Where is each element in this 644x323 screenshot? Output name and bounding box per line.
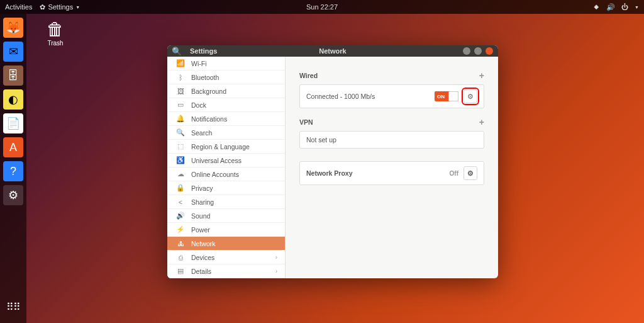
sidebar-label: Devices <box>191 254 214 261</box>
vpn-title: VPN <box>299 118 313 126</box>
proxy-settings-button[interactable]: ⚙ <box>464 166 477 180</box>
sidebar-icon: 🔒 <box>175 184 186 192</box>
vpn-row: Not set up <box>299 131 484 149</box>
dropdown-icon: ▼ <box>75 5 80 9</box>
wired-title: Wired <box>299 72 318 79</box>
vpn-section-header: VPN + <box>299 117 484 127</box>
app-title: Settings <box>186 47 217 55</box>
sidebar-label: Privacy <box>191 184 213 192</box>
close-button[interactable] <box>486 47 493 55</box>
search-icon[interactable]: 🔍 <box>167 47 186 56</box>
power-indicator-icon[interactable]: ⏻ <box>621 3 628 11</box>
dock-help[interactable]: ? <box>3 161 23 181</box>
dock-apps-grid[interactable]: ⠿⠿ <box>3 297 23 317</box>
settings-menu-label: Settings <box>48 3 73 11</box>
sidebar-icon: ♿ <box>175 156 186 164</box>
network-panel: Wired + Connected - 1000 Mb/s ON ⚙ VPN +… <box>286 57 498 278</box>
wired-toggle-label: ON <box>435 94 445 99</box>
wired-status: Connected - 1000 Mb/s <box>306 93 375 100</box>
sidebar-item-notifications[interactable]: 🔔Notifications <box>167 112 285 126</box>
sidebar-item-bluetooth[interactable]: ᛒBluetooth <box>167 71 285 84</box>
sidebar-label: Online Accounts <box>191 171 239 178</box>
sidebar-item-privacy[interactable]: 🔒Privacy <box>167 181 285 195</box>
activities-button[interactable]: Activities <box>5 3 32 11</box>
sidebar-item-background[interactable]: 🖼Background <box>167 84 285 98</box>
sidebar-icon: ☁ <box>175 170 186 178</box>
sidebar-item-region-language[interactable]: ⬚Region & Language <box>167 140 285 154</box>
sidebar-label: Dock <box>191 101 206 109</box>
dock-firefox[interactable]: 🦊 <box>3 18 23 38</box>
sidebar-item-details[interactable]: ▤Details› <box>167 264 285 278</box>
sidebar-item-online-accounts[interactable]: ☁Online Accounts <box>167 167 285 181</box>
wired-settings-button[interactable]: ⚙ <box>464 89 477 103</box>
sidebar-label: Background <box>191 88 226 95</box>
titlebar[interactable]: 🔍 Settings Network <box>167 45 498 57</box>
trash-desktop-icon[interactable]: 🗑 Trash <box>36 19 74 47</box>
sidebar-item-power[interactable]: ⚡Power <box>167 223 285 237</box>
network-proxy-row: Network Proxy Off ⚙ <box>299 161 484 185</box>
dock: 🦊 ✉ 🗄 ◐ 📄 A ? ⚙ ⠿⠿ <box>0 14 26 323</box>
chevron-right-icon: › <box>275 268 277 275</box>
settings-menu-button[interactable]: ✿ Settings ▼ <box>40 3 80 11</box>
sidebar-label: Network <box>191 240 216 247</box>
trash-icon: 🗑 <box>36 19 74 40</box>
dock-rhythmbox[interactable]: ◐ <box>3 89 23 110</box>
dock-thunderbird[interactable]: ✉ <box>3 42 23 62</box>
wired-connection-row: Connected - 1000 Mb/s ON ⚙ <box>299 84 484 108</box>
sidebar-icon: 🔍 <box>175 128 186 137</box>
sidebar-item-sharing[interactable]: <Sharing <box>167 195 285 209</box>
gear-icon: ⚙ <box>467 93 474 101</box>
add-vpn-button[interactable]: + <box>479 117 484 127</box>
sidebar-icon: ▤ <box>175 267 186 275</box>
gear-icon: ✿ <box>40 3 45 11</box>
volume-indicator-icon[interactable]: 🔊 <box>606 3 615 11</box>
sidebar-icon: ⚡ <box>175 225 186 234</box>
sidebar-icon: 🔊 <box>175 212 186 220</box>
wired-toggle[interactable]: ON <box>435 91 458 101</box>
sidebar-icon: ⎙ <box>175 254 186 261</box>
vpn-status: Not set up <box>306 136 336 144</box>
sidebar-icon: 📶 <box>175 59 186 67</box>
dock-libreoffice[interactable]: 📄 <box>3 113 23 133</box>
sidebar-item-wi-fi[interactable]: 📶Wi-Fi <box>167 57 285 71</box>
proxy-status: Off <box>450 170 458 177</box>
sidebar-label: Region & Language <box>191 143 250 150</box>
sidebar-item-sound[interactable]: 🔊Sound <box>167 209 285 223</box>
add-wired-button[interactable]: + <box>479 71 484 81</box>
maximize-button[interactable] <box>474 47 482 55</box>
sidebar-label: Sound <box>191 212 210 220</box>
sidebar-item-universal-access[interactable]: ♿Universal Access <box>167 154 285 167</box>
sidebar-label: Universal Access <box>191 157 242 164</box>
gear-icon: ⚙ <box>467 169 474 178</box>
dock-software[interactable]: A <box>3 137 23 157</box>
chevron-right-icon: › <box>275 254 277 261</box>
sidebar-icon: < <box>175 198 186 206</box>
top-bar: Activities ✿ Settings ▼ Sun 22:27 ⯁ 🔊 ⏻ … <box>0 0 644 14</box>
sidebar-icon: 🖧 <box>175 240 186 247</box>
sidebar-icon: 🖼 <box>175 88 186 95</box>
minimize-button[interactable] <box>463 47 470 55</box>
sidebar-label: Sharing <box>191 198 214 206</box>
sidebar-icon: ⬚ <box>175 142 186 150</box>
sidebar-label: Search <box>191 129 212 137</box>
sidebar-label: Wi-Fi <box>191 60 207 67</box>
clock[interactable]: Sun 22:27 <box>306 3 338 11</box>
sidebar-item-dock[interactable]: ▭Dock <box>167 98 285 112</box>
sidebar-icon: ᛒ <box>175 74 186 81</box>
toggle-knob <box>448 91 458 101</box>
sidebar-item-network[interactable]: 🖧Network <box>167 237 285 251</box>
system-menu-dropdown-icon[interactable]: ▼ <box>635 5 639 9</box>
dock-files[interactable]: 🗄 <box>3 65 23 86</box>
sidebar-label: Power <box>191 226 210 234</box>
settings-window: 🔍 Settings Network 📶Wi-FiᛒBluetooth🖼Back… <box>167 45 498 278</box>
network-indicator-icon[interactable]: ⯁ <box>593 3 600 11</box>
settings-sidebar: 📶Wi-FiᛒBluetooth🖼Background▭Dock🔔Notific… <box>167 57 286 278</box>
sidebar-icon: ▭ <box>175 101 186 109</box>
sidebar-item-search[interactable]: 🔍Search <box>167 126 285 140</box>
window-title: Network <box>319 47 346 55</box>
dock-settings[interactable]: ⚙ <box>3 185 23 205</box>
proxy-title: Network Proxy <box>306 169 353 177</box>
sidebar-label: Bluetooth <box>191 74 219 81</box>
wired-section-header: Wired + <box>299 71 484 81</box>
sidebar-item-devices[interactable]: ⎙Devices› <box>167 251 285 264</box>
